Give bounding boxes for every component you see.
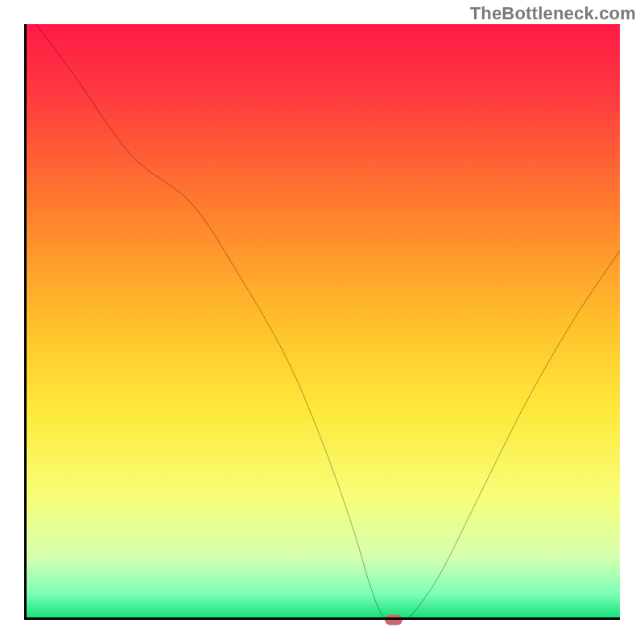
optimum-marker bbox=[385, 615, 402, 625]
watermark-text: TheBottleneck.com bbox=[470, 3, 636, 24]
plot-area bbox=[24, 24, 620, 620]
bottleneck-curve bbox=[24, 24, 620, 620]
bottleneck-chart: TheBottleneck.com bbox=[0, 0, 644, 644]
